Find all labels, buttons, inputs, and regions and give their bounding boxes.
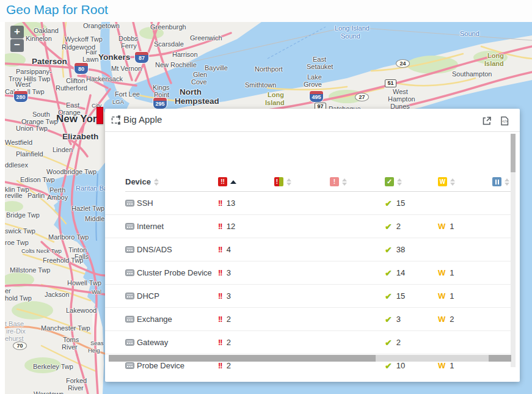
- html-object-icon[interactable]: </>: [500, 116, 509, 126]
- map-label: Kinnelon: [26, 35, 52, 42]
- map-label: Glen: [193, 71, 207, 78]
- status-count-warning: W1: [438, 285, 454, 307]
- down-glyph-icon: !!: [218, 245, 222, 254]
- warning-glyph-icon: W: [438, 222, 445, 231]
- map-label: River: [62, 343, 78, 351]
- column-header-device[interactable]: Device: [125, 177, 159, 186]
- map-label: New York: [56, 113, 103, 125]
- map-label: Rutherford: [56, 84, 87, 92]
- device-icon: [125, 200, 134, 206]
- map-label: Heig: [88, 347, 100, 354]
- status-count-up: ✔3: [385, 308, 401, 330]
- map-label: er: [5, 287, 11, 294]
- device-link[interactable]: Gateway: [125, 331, 168, 354]
- route-shield: 70: [13, 341, 27, 350]
- map-label: Grove: [304, 81, 322, 88]
- table-row: Gateway!!2✔2: [105, 331, 511, 354]
- device-link[interactable]: Exchange: [125, 308, 172, 330]
- map-label: Berkeley Twp: [33, 363, 73, 370]
- status-down-partial-icon: !: [274, 177, 283, 186]
- map-label: Forked: [66, 377, 87, 384]
- vertical-scrollbar[interactable]: [511, 134, 516, 367]
- horizontal-scrollbar-thumb[interactable]: [109, 355, 376, 362]
- table-row: Cluster Probe Device!!3✔14W1: [105, 261, 511, 285]
- map-label: East: [66, 101, 79, 109]
- map-label: ire-Dix: [6, 327, 26, 335]
- map-label: Sound: [460, 30, 479, 37]
- geo-map-marker-down[interactable]: [97, 107, 103, 124]
- device-icon: [125, 223, 134, 230]
- map-label: Elizabeth: [62, 132, 98, 141]
- status-down-icon: !!: [218, 177, 227, 186]
- status-count-down: !!13: [218, 192, 235, 214]
- status-count-down: !!4: [218, 238, 231, 261]
- device-link[interactable]: DHCP: [125, 285, 159, 307]
- map-label: Hampton: [388, 95, 415, 103]
- column-header-status-up[interactable]: ✓: [385, 177, 402, 186]
- map-label: Colts Neck Twp: [21, 247, 62, 254]
- route-shield: 295: [153, 97, 167, 109]
- down-glyph-icon: !!: [218, 338, 222, 347]
- map-label: Orangetown: [83, 22, 120, 29]
- map-label: reville: [5, 192, 23, 199]
- map-label: Hempstead: [175, 97, 219, 106]
- column-header-status-down-acknowledged[interactable]: !: [330, 177, 347, 186]
- map-label: Long: [268, 91, 284, 98]
- up-glyph-icon: ✔: [385, 199, 392, 208]
- route-shield: 24: [396, 59, 410, 68]
- geo-map-page: Geo Map for Root: [0, 0, 532, 394]
- horizontal-scrollbar[interactable]: [109, 355, 511, 362]
- map-label: Dobbs: [118, 35, 138, 42]
- device-icon: [125, 362, 134, 369]
- map-label: New Rochelle: [155, 61, 197, 68]
- column-header-status-paused[interactable]: [492, 177, 509, 186]
- table-row: DHCP!!3✔15W1: [105, 285, 511, 308]
- down-glyph-icon: !!: [218, 315, 222, 324]
- status-paused-icon: [492, 177, 501, 186]
- table-row: Exchange!!2✔3W2: [105, 308, 511, 331]
- map-label: Island: [265, 99, 285, 106]
- down-glyph-icon: !!: [218, 291, 222, 301]
- vertical-scrollbar-thumb[interactable]: [511, 134, 516, 172]
- status-count-up: ✔15: [385, 285, 405, 307]
- warning-glyph-icon: W: [438, 315, 445, 324]
- map-label: West: [393, 88, 408, 95]
- down-glyph-icon: !!: [218, 268, 222, 277]
- column-header-status-down[interactable]: !!: [218, 177, 236, 186]
- page-title: Geo Map for Root: [6, 2, 108, 17]
- map-label: Raritan Ba: [76, 184, 107, 192]
- map-label: Harrison: [172, 51, 198, 58]
- map-label: Howell Twp: [67, 279, 101, 286]
- map-zoom-out-button[interactable]: −: [10, 39, 24, 52]
- map-label: Toms: [63, 336, 79, 343]
- status-up-icon: ✓: [385, 177, 394, 186]
- map-label: Ferry: [121, 42, 137, 49]
- column-header-status-down-partial[interactable]: !: [274, 177, 291, 186]
- map-label: Kings: [153, 84, 170, 91]
- map-label: South: [32, 111, 50, 118]
- map-label: Amboy: [47, 194, 68, 201]
- device-link[interactable]: Cluster Probe Device: [125, 261, 212, 284]
- horizontal-scrollbar-corner: [489, 355, 511, 362]
- popup-title: Big Apple: [123, 114, 162, 125]
- device-status-table: Device!!!!✓WSSH!!13✔15Internet!!12✔2W1DN…: [105, 175, 511, 377]
- map-label: ddlesex: [5, 161, 28, 169]
- sort-arrows-icon: [154, 178, 159, 186]
- warning-glyph-icon: W: [438, 268, 445, 277]
- table-row: DNS/ADS!!4✔38: [105, 238, 511, 261]
- map-label: Fort Lee: [115, 90, 140, 98]
- sort-arrows-icon: [397, 178, 402, 186]
- map-label: North: [180, 87, 202, 97]
- up-glyph-icon: ✔: [385, 291, 392, 301]
- device-link[interactable]: SSH: [125, 192, 153, 214]
- route-shield: 80: [74, 62, 89, 75]
- map-label: Setauket: [307, 63, 333, 70]
- column-header-status-warning[interactable]: W: [438, 177, 455, 186]
- device-link[interactable]: DNS/ADS: [125, 238, 172, 261]
- map-label: River: [68, 384, 84, 392]
- sort-arrows-icon: [342, 178, 347, 186]
- device-link[interactable]: Internet: [125, 215, 164, 238]
- map-zoom-in-button[interactable]: +: [10, 26, 24, 38]
- open-external-icon[interactable]: [482, 116, 492, 126]
- map-label: Parlin: [27, 192, 45, 199]
